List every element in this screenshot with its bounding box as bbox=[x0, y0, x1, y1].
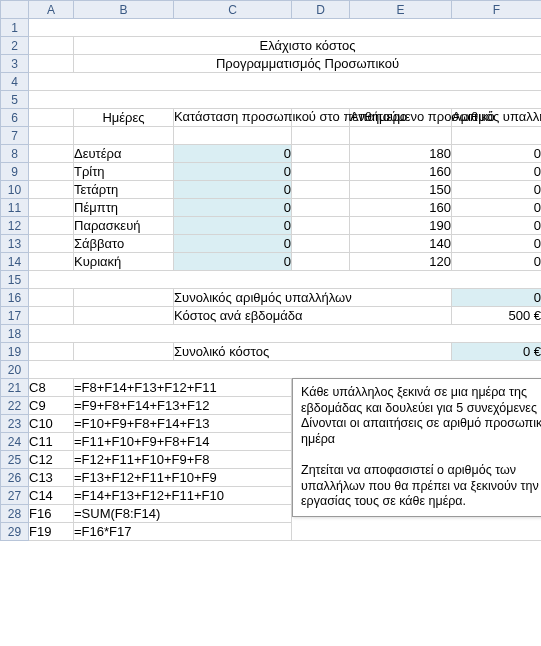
row-header[interactable]: 24 bbox=[1, 433, 29, 451]
status-cell[interactable]: 0 bbox=[174, 181, 292, 199]
formula-text[interactable]: =F14+F13+F12+F11+F10 bbox=[74, 487, 292, 505]
required-cell[interactable]: 160 bbox=[350, 163, 452, 181]
required-cell[interactable]: 180 bbox=[350, 145, 452, 163]
row-header[interactable]: 16 bbox=[1, 289, 29, 307]
col-header[interactable]: E bbox=[350, 1, 452, 19]
row-header[interactable]: 2 bbox=[1, 37, 29, 55]
spreadsheet-grid[interactable]: A B C D E F 1 2 Ελάχιστο κόστος 3 Προγρα… bbox=[0, 0, 541, 541]
row-header[interactable]: 21 bbox=[1, 379, 29, 397]
row-header[interactable]: 15 bbox=[1, 271, 29, 289]
formula-ref[interactable]: C10 bbox=[29, 415, 74, 433]
day-name[interactable]: Τρίτη bbox=[74, 163, 174, 181]
header-days: Ημέρες bbox=[74, 109, 174, 127]
row-header[interactable]: 27 bbox=[1, 487, 29, 505]
row-header[interactable]: 7 bbox=[1, 127, 29, 145]
row-header[interactable]: 9 bbox=[1, 163, 29, 181]
problem-note: Κάθε υπάλληλος ξεκινά σε μια ημέρα της ε… bbox=[292, 378, 541, 517]
header-count: Αριθμός υπαλλήλων ανά ημέρα bbox=[452, 109, 542, 127]
count-cell[interactable]: 0 bbox=[452, 235, 542, 253]
required-cell[interactable]: 160 bbox=[350, 199, 452, 217]
formula-text[interactable]: =SUM(F8:F14) bbox=[74, 505, 292, 523]
status-cell[interactable]: 0 bbox=[174, 253, 292, 271]
weekly-cost-label: Κόστος ανά εβδομάδα bbox=[174, 307, 452, 325]
row-header[interactable]: 1 bbox=[1, 19, 29, 37]
formula-ref[interactable]: F16 bbox=[29, 505, 74, 523]
row-header[interactable]: 26 bbox=[1, 469, 29, 487]
formula-text[interactable]: =F11+F10+F9+F8+F14 bbox=[74, 433, 292, 451]
day-name[interactable]: Παρασκευή bbox=[74, 217, 174, 235]
formula-ref[interactable]: C8 bbox=[29, 379, 74, 397]
status-cell[interactable]: 0 bbox=[174, 199, 292, 217]
row-header[interactable]: 25 bbox=[1, 451, 29, 469]
row-header[interactable]: 5 bbox=[1, 91, 29, 109]
status-cell[interactable]: 0 bbox=[174, 163, 292, 181]
count-cell[interactable]: 0 bbox=[452, 199, 542, 217]
col-header[interactable]: D bbox=[292, 1, 350, 19]
count-cell[interactable]: 0 bbox=[452, 145, 542, 163]
formula-ref[interactable]: F19 bbox=[29, 523, 74, 541]
formula-text[interactable]: =F16*F17 bbox=[74, 523, 292, 541]
required-cell[interactable]: 150 bbox=[350, 181, 452, 199]
row-header[interactable]: 6 bbox=[1, 109, 29, 127]
row-header[interactable]: 4 bbox=[1, 73, 29, 91]
formula-row: 21 C8 =F8+F14+F13+F12+F11 Κάθε υπάλληλος… bbox=[1, 379, 542, 397]
required-cell[interactable]: 140 bbox=[350, 235, 452, 253]
col-header[interactable]: A bbox=[29, 1, 74, 19]
day-name[interactable]: Σάββατο bbox=[74, 235, 174, 253]
select-all-corner[interactable] bbox=[1, 1, 29, 19]
day-name[interactable]: Πέμπτη bbox=[74, 199, 174, 217]
total-employees-label: Συνολικός αριθμός υπαλλήλων bbox=[174, 289, 452, 307]
formula-text[interactable]: =F9+F8+F14+F13+F12 bbox=[74, 397, 292, 415]
row-header[interactable]: 3 bbox=[1, 55, 29, 73]
formula-ref[interactable]: C9 bbox=[29, 397, 74, 415]
count-cell[interactable]: 0 bbox=[452, 217, 542, 235]
day-name[interactable]: Κυριακή bbox=[74, 253, 174, 271]
formula-ref[interactable]: C11 bbox=[29, 433, 74, 451]
weekly-cost-value[interactable]: 500 € bbox=[452, 307, 542, 325]
required-cell[interactable]: 120 bbox=[350, 253, 452, 271]
total-cost-label: Συνολικό κόστος bbox=[174, 343, 452, 361]
row-header[interactable]: 23 bbox=[1, 415, 29, 433]
row-header[interactable]: 29 bbox=[1, 523, 29, 541]
row-header[interactable]: 18 bbox=[1, 325, 29, 343]
formula-text[interactable]: =F10+F9+F8+F14+F13 bbox=[74, 415, 292, 433]
row-header[interactable]: 13 bbox=[1, 235, 29, 253]
row-header[interactable]: 12 bbox=[1, 217, 29, 235]
count-cell[interactable]: 0 bbox=[452, 163, 542, 181]
note-p3: Ζητείται να αποφασιστεί ο αριθμός των υπ… bbox=[301, 463, 539, 508]
required-cell[interactable]: 190 bbox=[350, 217, 452, 235]
table-row: 9 Τρίτη 0 160 0 bbox=[1, 163, 542, 181]
formula-ref[interactable]: C12 bbox=[29, 451, 74, 469]
day-name[interactable]: Τετάρτη bbox=[74, 181, 174, 199]
count-cell[interactable]: 0 bbox=[452, 181, 542, 199]
status-cell[interactable]: 0 bbox=[174, 145, 292, 163]
row-header[interactable]: 14 bbox=[1, 253, 29, 271]
row-header[interactable]: 28 bbox=[1, 505, 29, 523]
status-cell[interactable]: 0 bbox=[174, 235, 292, 253]
col-header[interactable]: C bbox=[174, 1, 292, 19]
column-header-row: A B C D E F bbox=[1, 1, 542, 19]
row-header[interactable]: 11 bbox=[1, 199, 29, 217]
formula-ref[interactable]: C13 bbox=[29, 469, 74, 487]
row-header[interactable]: 10 bbox=[1, 181, 29, 199]
total-employees-value[interactable]: 0 bbox=[452, 289, 542, 307]
row-header[interactable]: 20 bbox=[1, 361, 29, 379]
day-name[interactable]: Δευτέρα bbox=[74, 145, 174, 163]
row-header[interactable]: 8 bbox=[1, 145, 29, 163]
formula-ref[interactable]: C14 bbox=[29, 487, 74, 505]
formula-text[interactable]: =F8+F14+F13+F12+F11 bbox=[74, 379, 292, 397]
header-required: Απαιτούμενο προσωπικό bbox=[350, 109, 452, 127]
col-header[interactable]: F bbox=[452, 1, 542, 19]
row-header[interactable]: 17 bbox=[1, 307, 29, 325]
table-row: 8 Δευτέρα 0 180 0 bbox=[1, 145, 542, 163]
count-cell[interactable]: 0 bbox=[452, 253, 542, 271]
col-header[interactable]: B bbox=[74, 1, 174, 19]
table-row: 11 Πέμπτη 0 160 0 bbox=[1, 199, 542, 217]
header-status: Κατάσταση προσωπικού στο πενθήμερο bbox=[174, 109, 292, 127]
formula-text[interactable]: =F13+F12+F11+F10+F9 bbox=[74, 469, 292, 487]
total-cost-value[interactable]: 0 € bbox=[452, 343, 542, 361]
row-header[interactable]: 22 bbox=[1, 397, 29, 415]
status-cell[interactable]: 0 bbox=[174, 217, 292, 235]
formula-text[interactable]: =F12+F11+F10+F9+F8 bbox=[74, 451, 292, 469]
row-header[interactable]: 19 bbox=[1, 343, 29, 361]
